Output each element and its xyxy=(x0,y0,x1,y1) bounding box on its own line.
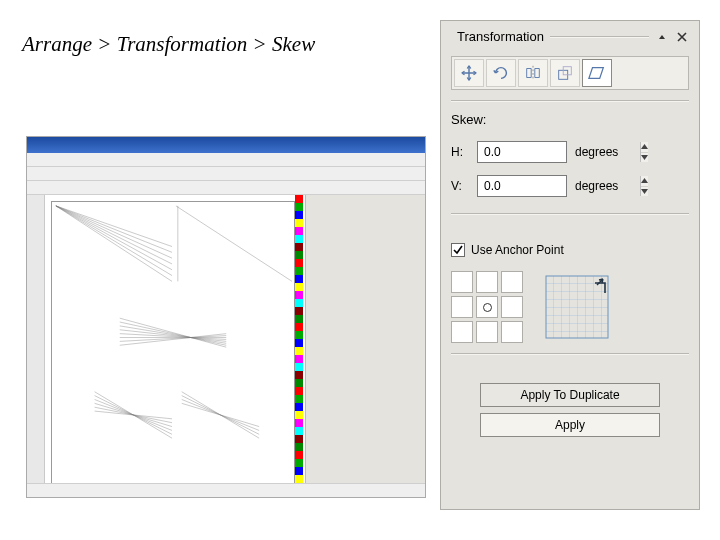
svg-line-10 xyxy=(120,322,226,345)
use-anchor-checkbox[interactable] xyxy=(451,243,465,257)
header-rule xyxy=(550,36,649,38)
close-button[interactable] xyxy=(675,30,689,44)
skew-h-field[interactable] xyxy=(477,141,567,163)
tab-rotate[interactable] xyxy=(486,59,516,87)
use-anchor-label: Use Anchor Point xyxy=(471,243,564,257)
skew-v-label: V: xyxy=(451,179,469,193)
anchor-tl[interactable] xyxy=(451,271,473,293)
svg-line-22 xyxy=(95,411,172,419)
separator xyxy=(451,100,689,102)
transformation-docker: Transformation Skew: H: xyxy=(440,20,700,510)
artwork-preview xyxy=(52,202,294,454)
anchor-mc[interactable] xyxy=(476,296,498,318)
svg-line-3 xyxy=(56,206,172,264)
svg-line-5 xyxy=(56,206,172,276)
svg-line-0 xyxy=(56,206,172,247)
statusbar xyxy=(27,483,425,497)
svg-line-26 xyxy=(182,403,259,426)
skew-h-row: H: degrees xyxy=(451,141,689,163)
toolbox xyxy=(27,195,45,497)
separator xyxy=(451,353,689,355)
skew-v-spin-down[interactable] xyxy=(641,187,648,197)
svg-line-1 xyxy=(56,206,172,252)
mini-docker xyxy=(305,195,425,497)
use-anchor-row: Use Anchor Point xyxy=(451,243,689,257)
toolbar-property xyxy=(27,181,425,195)
svg-line-4 xyxy=(56,206,172,270)
skew-h-label: H: xyxy=(451,145,469,159)
svg-line-7 xyxy=(176,206,292,282)
docker-title: Transformation xyxy=(457,29,544,44)
anchor-bc[interactable] xyxy=(476,321,498,343)
tab-skew[interactable] xyxy=(582,59,612,87)
svg-rect-29 xyxy=(546,276,608,338)
anchor-br[interactable] xyxy=(501,321,523,343)
svg-line-9 xyxy=(120,318,226,347)
transform-tabs xyxy=(451,56,689,90)
anchor-tr[interactable] xyxy=(501,271,523,293)
anchor-tc[interactable] xyxy=(476,271,498,293)
section-label-skew: Skew: xyxy=(451,112,689,127)
action-buttons: Apply To Duplicate Apply xyxy=(451,377,689,443)
anchor-bl[interactable] xyxy=(451,321,473,343)
app-screenshot-thumbnail xyxy=(26,136,426,498)
tab-size[interactable] xyxy=(550,59,580,87)
anchor-preview-icon xyxy=(545,275,609,339)
color-palette xyxy=(295,195,303,497)
anchor-mr[interactable] xyxy=(501,296,523,318)
skew-h-spin-up[interactable] xyxy=(641,142,648,153)
anchor-ml[interactable] xyxy=(451,296,473,318)
skew-v-row: V: degrees xyxy=(451,175,689,197)
drawing-page xyxy=(51,201,295,491)
skew-v-unit: degrees xyxy=(575,179,618,193)
svg-line-2 xyxy=(56,206,172,258)
separator xyxy=(451,213,689,215)
tab-mirror[interactable] xyxy=(518,59,548,87)
skew-h-unit: degrees xyxy=(575,145,618,159)
menubar xyxy=(27,153,425,167)
apply-button[interactable]: Apply xyxy=(480,413,660,437)
skew-h-spin-down[interactable] xyxy=(641,153,648,163)
anchor-row xyxy=(451,271,689,343)
anchor-grid[interactable] xyxy=(451,271,523,343)
titlebar xyxy=(27,137,425,153)
docker-header: Transformation xyxy=(451,29,689,44)
breadcrumb: Arrange > Transformation > Skew xyxy=(22,32,315,57)
collapse-button[interactable] xyxy=(655,30,669,44)
toolbar-standard xyxy=(27,167,425,181)
svg-line-6 xyxy=(56,206,172,282)
apply-to-duplicate-button[interactable]: Apply To Duplicate xyxy=(480,383,660,407)
tab-position[interactable] xyxy=(454,59,484,87)
skew-v-spin-up[interactable] xyxy=(641,176,648,187)
canvas-area xyxy=(45,195,425,497)
skew-v-field[interactable] xyxy=(477,175,567,197)
